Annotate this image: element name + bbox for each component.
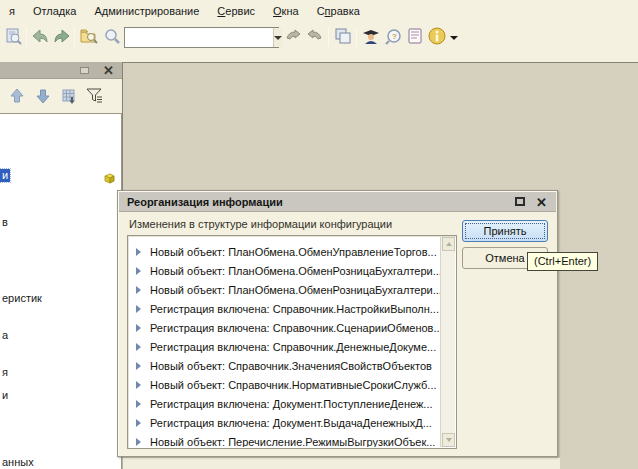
close-icon[interactable]: ✕ <box>536 193 547 212</box>
expand-triangle-icon[interactable] <box>136 400 141 408</box>
change-list-item-label: Новый объект: Справочник.ЗначенияСвойств… <box>150 360 432 372</box>
cube-icon <box>104 173 115 184</box>
left-panel-toolbar <box>0 79 122 113</box>
expand-triangle-icon[interactable] <box>136 438 141 446</box>
reorganization-dialog: Реорганизация информации ✕ Изменения в с… <box>117 190 558 457</box>
change-list-item[interactable]: Регистрация включена: Справочник.Денежны… <box>129 337 440 356</box>
move-up-icon[interactable] <box>7 86 27 106</box>
dialog-subtitle: Изменения в структуре информации конфигу… <box>129 218 392 230</box>
change-list-item-label: Новый объект: ПланОбмена.ОбменРозницаБух… <box>150 265 440 277</box>
chevron-down-icon <box>274 36 282 40</box>
expand-triangle-icon[interactable] <box>136 267 141 275</box>
arrow-down-icon <box>446 438 452 442</box>
expand-triangle-icon[interactable] <box>136 381 141 389</box>
expand-triangle-icon[interactable] <box>136 248 141 256</box>
maximize-icon[interactable] <box>515 197 525 206</box>
change-list-item[interactable]: Новый объект: Справочник.НормативныеСрок… <box>129 375 440 394</box>
arrow-up-icon <box>446 242 452 246</box>
search-input[interactable] <box>125 28 273 47</box>
tree-item-fragment[interactable]: я <box>2 366 8 378</box>
left-panel-list[interactable]: и веристикаяи <box>0 113 122 469</box>
change-list-item[interactable]: Новый объект: Справочник.ЗначенияСвойств… <box>129 356 440 375</box>
search-combobox[interactable] <box>124 27 279 48</box>
search-icon[interactable] <box>102 26 122 46</box>
document-icon[interactable] <box>405 26 425 46</box>
toolbar-separator <box>356 28 357 46</box>
change-list-item-label: Новый объект: ПланОбмена.ОбменРозницаБух… <box>150 284 440 296</box>
change-list-item-label: Новый объект: Справочник.НормативныеСрок… <box>150 379 437 391</box>
scroll-up-button[interactable] <box>442 237 455 251</box>
tree-item-fragment[interactable]: анных <box>2 456 34 468</box>
background-window-strip <box>122 458 560 469</box>
change-list-item-label: Регистрация включена: Документ.Поступлен… <box>150 398 433 410</box>
filter-icon[interactable] <box>85 86 105 106</box>
combobox-dropdown-button[interactable] <box>273 28 282 47</box>
selected-tree-item[interactable]: и <box>0 169 10 182</box>
change-list-item[interactable]: Новый объект: ПланОбмена.ОбменУправление… <box>129 242 440 261</box>
change-list-item[interactable]: Регистрация включена: Справочник.Настрой… <box>129 299 440 318</box>
expand-triangle-icon[interactable] <box>136 343 141 351</box>
change-list-item[interactable]: Новый объект: ПланОбмена.ОбменРозницаБух… <box>129 261 440 280</box>
change-list-item-label: Регистрация включена: Справочник.Денежны… <box>150 341 436 353</box>
info-icon[interactable] <box>427 26 447 46</box>
menu-item-debug[interactable]: Отладка <box>24 2 85 20</box>
accept-button[interactable]: Принять <box>462 220 548 242</box>
history-forward-icon[interactable] <box>305 26 325 46</box>
expand-triangle-icon[interactable] <box>136 324 141 332</box>
change-list-item-label: Регистрация включена: Справочник.Сценари… <box>150 322 440 334</box>
scroll-down-button[interactable] <box>442 433 455 447</box>
menu-item-windows[interactable]: Окна <box>264 2 308 20</box>
shortcut-tooltip: (Ctrl+Enter) <box>527 252 598 271</box>
vertical-scrollbar[interactable] <box>440 237 455 447</box>
change-list-item[interactable]: Регистрация включена: Документ.Поступлен… <box>129 394 440 413</box>
toolbar-separator <box>328 28 329 46</box>
dialog-titlebar[interactable]: Реорганизация информации ✕ <box>119 192 556 212</box>
changes-rows: Новый объект: ПланОбмена.ОбменУправление… <box>129 237 440 447</box>
sort-list-icon[interactable] <box>59 86 79 106</box>
svg-text:?: ? <box>392 32 397 41</box>
menu-item-service[interactable]: Сервис <box>208 2 264 20</box>
tree-item-fragment[interactable]: в <box>2 216 8 228</box>
left-dock-panel: ✕ и веристикаяи анных <box>0 62 122 469</box>
menu-bar: яОтладкаАдминистрированиеСервисОкнаСправ… <box>0 0 638 22</box>
change-list-item-label: Регистрация включена: Справочник.Настрой… <box>150 303 439 315</box>
page-preview-icon[interactable] <box>3 26 23 46</box>
expand-triangle-icon[interactable] <box>136 286 141 294</box>
menu-item-help[interactable]: Справка <box>308 2 369 20</box>
tree-item-fragment[interactable]: и <box>2 389 8 401</box>
changes-listbox[interactable]: Новый объект: ПланОбмена.ОбменУправление… <box>127 235 457 449</box>
history-back-icon[interactable] <box>283 26 303 46</box>
change-list-item[interactable]: Регистрация включена: Справочник.Сценари… <box>129 318 440 337</box>
search-help-icon[interactable]: ? <box>383 26 403 46</box>
change-list-item[interactable]: Новый объект: Перечисление.РежимыВыгрузк… <box>129 432 440 447</box>
left-panel-titlebar[interactable]: ✕ <box>0 62 122 79</box>
pin-icon[interactable] <box>80 67 89 74</box>
forward-arrow-icon[interactable] <box>52 26 72 46</box>
menu-item-administration[interactable]: Администрирование <box>85 2 208 20</box>
copy-windows-icon[interactable] <box>333 26 353 46</box>
main-toolbar: ? <box>0 22 638 54</box>
change-list-item-label: Новый объект: ПланОбмена.ОбменУправление… <box>150 246 437 258</box>
change-list-item[interactable]: Регистрация включена: Документ.ВыдачаДен… <box>129 413 440 432</box>
folder-search-icon[interactable] <box>79 26 99 46</box>
close-icon[interactable]: ✕ <box>103 62 114 79</box>
tree-item-fragment[interactable]: еристик <box>2 292 42 304</box>
expand-triangle-icon[interactable] <box>136 362 141 370</box>
expand-triangle-icon[interactable] <box>136 419 141 427</box>
tree-item-fragment[interactable]: а <box>2 329 8 341</box>
dialog-title: Реорганизация информации <box>119 196 283 208</box>
change-list-item[interactable]: Новый объект: ПланОбмена.ОбменРозницаБух… <box>129 280 440 299</box>
move-down-icon[interactable] <box>33 86 53 106</box>
toolbar-separator <box>26 28 27 46</box>
syntax-helper-icon[interactable] <box>360 26 380 46</box>
change-list-item-label: Новый объект: Перечисление.РежимыВыгрузк… <box>150 436 435 448</box>
back-arrow-icon[interactable] <box>30 26 50 46</box>
expand-triangle-icon[interactable] <box>136 305 141 313</box>
toolbar-separator <box>74 28 75 46</box>
menu-item-config-fragment[interactable]: я <box>0 2 24 20</box>
change-list-item-label: Регистрация включена: Документ.ВыдачаДен… <box>150 417 432 429</box>
toolbar-overflow-icon[interactable] <box>450 36 458 40</box>
